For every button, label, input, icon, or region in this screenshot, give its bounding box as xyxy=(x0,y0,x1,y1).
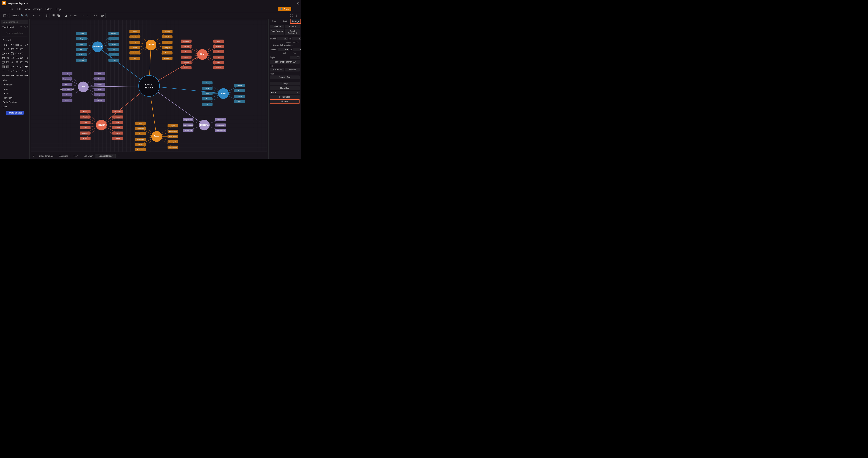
panel-tab-text[interactable]: Text xyxy=(279,19,290,24)
shape-callout[interactable] xyxy=(6,60,9,64)
scratchpad-dropzone[interactable]: Drag elements here xyxy=(2,30,28,36)
to-front-icon[interactable] xyxy=(52,13,56,18)
shape-curve-arrow[interactable] xyxy=(10,65,14,68)
shape-line-arrow[interactable] xyxy=(15,65,19,68)
shape-bidir-line[interactable] xyxy=(15,69,19,73)
shape-textbox[interactable] xyxy=(15,43,19,47)
shape-search-input[interactable] xyxy=(2,21,31,23)
shape-line3[interactable] xyxy=(20,69,24,73)
shape-blank[interactable] xyxy=(25,48,28,51)
shape-bidir-arrow[interactable] xyxy=(20,65,24,68)
shape-datastore[interactable] xyxy=(25,60,28,64)
fill-color-icon[interactable]: ◢ xyxy=(64,13,68,18)
shape-heading[interactable] xyxy=(20,43,24,47)
shape-parallel[interactable] xyxy=(20,48,24,51)
shape-link2[interactable] xyxy=(6,74,9,77)
shape-actor[interactable] xyxy=(10,60,14,64)
category-entity-relation[interactable]: Entity Relation xyxy=(0,100,29,104)
document-title[interactable]: explore-diagrams xyxy=(8,2,28,5)
canvas[interactable]: LIVINGBEINGSDonkeyDogGiraffeCatElephantD… xyxy=(31,20,267,152)
shape-text[interactable]: Text xyxy=(10,43,14,47)
close-icon[interactable]: × xyxy=(27,26,28,28)
shape-circle[interactable] xyxy=(6,48,9,51)
shadow-icon[interactable]: ▭ xyxy=(73,13,78,18)
shape-hexagon[interactable] xyxy=(1,52,5,55)
shape-search[interactable]: 🔍 xyxy=(1,20,28,24)
constrain-proportions-checkbox[interactable]: Constrain Proportions xyxy=(270,44,300,47)
shape-rounded[interactable] xyxy=(6,43,9,47)
waypoint-icon[interactable]: ↳ xyxy=(86,13,90,18)
bring-forward-button[interactable]: Bring Forward xyxy=(270,29,284,35)
shape-document[interactable] xyxy=(20,52,24,55)
shape-arrow-thick[interactable] xyxy=(25,65,28,68)
shape-process[interactable] xyxy=(10,48,14,51)
menu-extras[interactable]: Extras xyxy=(45,8,52,10)
to-front-button[interactable]: To Front xyxy=(270,25,284,28)
shape-internal[interactable] xyxy=(1,56,5,60)
page-menu-icon[interactable]: ⋮ xyxy=(31,154,36,158)
shape-blank2[interactable] xyxy=(25,52,28,55)
shape-list[interactable] xyxy=(6,65,9,68)
height-input[interactable] xyxy=(292,37,301,40)
app-logo[interactable] xyxy=(2,1,6,5)
shape-tape[interactable] xyxy=(20,56,24,60)
table-icon[interactable]: ▦▾ xyxy=(100,13,104,18)
fullscreen-icon[interactable]: ⛶ xyxy=(289,13,293,18)
flip-horizontal-button[interactable]: Horizontal xyxy=(270,68,284,71)
lock-unlock-button[interactable]: Lock/Unlock xyxy=(270,95,300,99)
shape-link5[interactable] xyxy=(20,74,24,77)
category-basic[interactable]: Basic xyxy=(0,87,29,91)
menu-help[interactable]: Help xyxy=(56,8,61,10)
panel-tab-arrange[interactable]: Arrange xyxy=(290,19,301,24)
collapse-icon[interactable]: ⇕ xyxy=(294,13,299,18)
angle-input[interactable] xyxy=(290,56,300,59)
send-backward-button[interactable]: Send Backward xyxy=(285,29,300,35)
shape-ellipse[interactable] xyxy=(25,43,28,47)
menu-arrange[interactable]: Arrange xyxy=(33,8,42,10)
category-uml[interactable]: UML xyxy=(0,104,29,109)
explore-button[interactable]: Explore xyxy=(270,99,300,103)
shape-square[interactable] xyxy=(1,48,5,51)
theme-toggle-icon[interactable]: ◐ xyxy=(297,2,299,5)
menu-view[interactable]: View xyxy=(25,8,30,10)
category-misc[interactable]: Misc xyxy=(0,78,29,82)
page-tab[interactable]: Org Chart xyxy=(81,154,96,158)
shape-diamond[interactable] xyxy=(15,48,19,51)
shape-line2[interactable] xyxy=(10,69,14,73)
zoom-level[interactable]: 65% xyxy=(12,15,18,17)
scratchpad-header[interactable]: ▾ Scratchpad ? + ✎ × xyxy=(0,25,29,29)
width-input[interactable] xyxy=(277,37,288,40)
line-color-icon[interactable]: ✎ xyxy=(69,13,73,18)
shape-container[interactable] xyxy=(1,65,5,68)
shape-triangle[interactable] xyxy=(6,52,9,55)
page-tab[interactable]: Flow xyxy=(71,154,81,158)
menu-edit[interactable]: Edit xyxy=(17,8,21,10)
shape-cloud[interactable] xyxy=(15,52,19,55)
shape-link3[interactable] xyxy=(10,74,14,77)
group-button[interactable]: Group xyxy=(270,82,300,85)
delete-icon[interactable]: 🗑 xyxy=(44,13,49,18)
redo-icon[interactable]: ↷ xyxy=(37,13,41,18)
zoom-in-icon[interactable]: 🔍 xyxy=(20,13,24,18)
add-page-icon[interactable]: ＋ xyxy=(116,153,122,159)
rotate-90-button[interactable]: Rotate shape only by 90° xyxy=(270,60,300,64)
shape-dashed-line[interactable] xyxy=(1,69,5,73)
add-icon[interactable]: + xyxy=(22,26,24,28)
edit-icon[interactable]: ✎ xyxy=(24,26,26,28)
menu-file[interactable]: File xyxy=(9,8,13,10)
category-flowchart[interactable]: Flowchart xyxy=(0,95,29,100)
to-back-button[interactable]: To Back xyxy=(285,25,300,28)
shape-link6[interactable] xyxy=(25,74,28,77)
shape-step[interactable] xyxy=(10,56,14,60)
view-mode-button[interactable] xyxy=(3,13,7,18)
shape-card[interactable] xyxy=(1,60,5,64)
help-icon[interactable]: ? xyxy=(21,26,22,28)
shape-and[interactable] xyxy=(20,60,24,64)
snap-to-grid-button[interactable]: Snap to Grid xyxy=(270,76,300,79)
shape-link4[interactable] xyxy=(15,74,19,77)
panel-tab-style[interactable]: Style xyxy=(269,19,279,24)
connection-icon[interactable]: → xyxy=(81,13,85,18)
page-tab-active[interactable]: Concept Map ˄ xyxy=(96,154,116,158)
pos-y-input[interactable] xyxy=(293,48,301,51)
category-arrows[interactable]: Arrows xyxy=(0,91,29,95)
